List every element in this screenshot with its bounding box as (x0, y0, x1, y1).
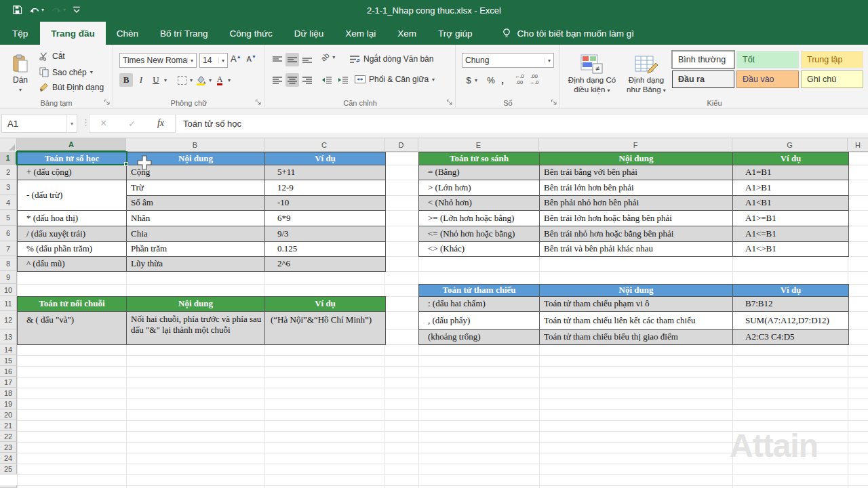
font-color-button[interactable]: A (213, 73, 226, 87)
cell-e4[interactable]: < (Nhỏ hơn) (419, 196, 540, 211)
cell-a3-merged[interactable]: - (dấu trừ) (18, 180, 127, 211)
row-header-9[interactable]: 9 (0, 271, 17, 284)
column-header-d[interactable]: D (384, 138, 418, 152)
cell-c1[interactable]: Ví dụ (265, 152, 386, 165)
row-header-18[interactable]: 18 (0, 388, 17, 399)
cell-f10[interactable]: Nội dung (540, 285, 733, 297)
cell-c3[interactable]: 12-9 (265, 180, 386, 196)
align-center-button[interactable] (285, 73, 299, 87)
align-bottom-button[interactable] (300, 53, 314, 66)
fill-handle[interactable] (124, 162, 128, 166)
row-header-17[interactable]: 17 (0, 377, 17, 388)
align-top-button[interactable] (271, 53, 284, 66)
column-header-e[interactable]: E (418, 138, 539, 152)
tab-review[interactable]: Xem lại (334, 22, 387, 45)
column-header-c[interactable]: C (264, 138, 384, 152)
align-left-button[interactable] (271, 73, 284, 87)
cell-g7[interactable]: A1<>B1 (733, 242, 849, 257)
style-note[interactable]: Ghi chú (801, 70, 863, 88)
style-neutral[interactable]: Trung lập (801, 51, 863, 68)
accounting-format-button[interactable]: $ (463, 73, 474, 87)
tab-help[interactable]: Trợ giúp (427, 22, 483, 45)
enter-formula-icon[interactable]: ✓ (128, 119, 136, 129)
format-painter-button[interactable]: Bút Định dạng (39, 83, 104, 92)
row-header-11[interactable]: 11 (0, 296, 17, 311)
select-all-corner[interactable] (0, 138, 17, 152)
cell-f3[interactable]: Bên trái lớn hơn bên phải (540, 180, 733, 196)
cell-c8[interactable]: 2^6 (265, 257, 386, 272)
cell-e11[interactable]: : (dấu hai chấm) (419, 297, 540, 312)
tab-insert[interactable]: Chèn (106, 22, 149, 45)
cell-g1[interactable]: Ví dụ (733, 152, 849, 165)
row-header-15[interactable]: 15 (0, 355, 17, 366)
cell-f5[interactable]: Bên trái lớn hơn hoặc bằng bên phải (540, 211, 733, 226)
cell-a6[interactable]: / (dấu xuyệt trái) (18, 226, 127, 242)
row-header-23[interactable]: 23 (0, 442, 17, 453)
column-header-a[interactable]: A (17, 138, 126, 152)
cell-f4[interactable]: Bên phải nhỏ hơn bên phải (540, 196, 733, 211)
font-name-combo[interactable]: Times New Roma ▾ (119, 53, 197, 68)
cell-f2[interactable]: Bên trái bằng với bên phải (540, 165, 733, 180)
cell-c7[interactable]: 0.125 (265, 242, 386, 257)
tab-view[interactable]: Xem (387, 22, 427, 45)
increase-font-size-button[interactable]: A▲ (231, 54, 241, 64)
decrease-indent-button[interactable] (319, 73, 333, 87)
row-header-3[interactable]: 3 (0, 180, 17, 195)
fill-color-dropdown-icon[interactable]: ▾ (209, 77, 212, 83)
cell-e1[interactable]: Toán tử so sánh (419, 152, 540, 165)
cell-g12[interactable]: SUM(A7:A12,D7:D12) (733, 312, 849, 330)
cell-e12[interactable]: , (dấu phẩy) (419, 312, 540, 330)
row-header-22[interactable]: 22 (0, 431, 17, 442)
decrease-decimal-button[interactable]: .00→.0 (530, 74, 539, 85)
cell-e10[interactable]: Toán tử tham chiếu (419, 285, 540, 297)
row-header-12[interactable]: 12 (0, 311, 17, 329)
row-header-14[interactable]: 14 (0, 344, 17, 355)
style-normal[interactable]: Bình thường (672, 51, 734, 68)
cell-c4[interactable]: -10 (265, 196, 386, 211)
insert-function-icon[interactable]: fx (157, 118, 164, 129)
cell-f1[interactable]: Nội dung (540, 152, 733, 165)
conditional-formatting-button[interactable]: ≠ Định dạng Có điều kiện ▾ (565, 47, 619, 100)
percent-style-button[interactable]: % (484, 73, 498, 87)
row-header-1[interactable]: 1 (0, 152, 17, 165)
paste-button[interactable]: Dán ▾ (5, 49, 35, 98)
font-name-dropdown-icon[interactable]: ▾ (187, 58, 193, 64)
tell-me-box[interactable]: Cho tôi biết bạn muốn làm gì (492, 22, 644, 45)
underline-button[interactable]: U (149, 73, 163, 87)
bold-button[interactable]: B (119, 73, 133, 87)
cut-button[interactable]: Cắt (39, 52, 65, 61)
cell-b4[interactable]: Số âm (127, 196, 265, 211)
cell-g5[interactable]: A1>=B1 (733, 211, 849, 226)
row-header-5[interactable]: 5 (0, 210, 17, 226)
row-header-19[interactable]: 19 (0, 399, 17, 409)
cell-g2[interactable]: A1=B1 (733, 165, 849, 180)
cell-e2[interactable]: = (Bằng) (419, 165, 540, 180)
style-input[interactable]: Đầu vào (736, 70, 799, 88)
cell-b7[interactable]: Phần trăm (127, 242, 265, 257)
row-header-20[interactable]: 20 (0, 409, 17, 420)
row-header-6[interactable]: 6 (0, 226, 17, 241)
comma-style-button[interactable]: , (498, 73, 507, 87)
cell-b11[interactable]: Nội dung (127, 297, 265, 312)
cell-f13[interactable]: Toán tử tham chiếu biểu thị giao điểm (540, 330, 733, 345)
cell-f11[interactable]: Toán tử tham chiếu phạm vi ô (540, 297, 733, 312)
tab-data[interactable]: Dữ liệu (283, 22, 335, 45)
style-good[interactable]: Tốt (736, 51, 799, 68)
column-header-b[interactable]: B (126, 138, 264, 152)
merge-center-button[interactable]: Phối & Căn giữa ▾ (355, 75, 435, 84)
cell-e13[interactable]: (khoảng trống) (419, 330, 540, 345)
font-size-dropdown-icon[interactable]: ▾ (218, 58, 224, 64)
cell-c2[interactable]: 5+11 (265, 165, 386, 180)
row-header-4[interactable]: 4 (0, 195, 17, 210)
row-header-8[interactable]: 8 (0, 256, 17, 271)
cell-a2[interactable]: + (dấu cộng) (18, 165, 127, 180)
column-header-h[interactable]: H (848, 138, 868, 152)
align-right-button[interactable] (300, 73, 314, 87)
borders-dropdown-icon[interactable]: ▾ (190, 77, 193, 83)
row-header-partial[interactable] (0, 485, 17, 488)
increase-decimal-button[interactable]: ←.0.00 (515, 74, 524, 85)
cell-f12[interactable]: Toán tử tham chiếu liên kết các tham chi… (540, 312, 733, 330)
cell-g3[interactable]: A1>B1 (733, 180, 849, 196)
tab-file[interactable]: Tệp (0, 22, 40, 45)
cell-a11[interactable]: Toán tử nối chuỗi (18, 297, 127, 312)
